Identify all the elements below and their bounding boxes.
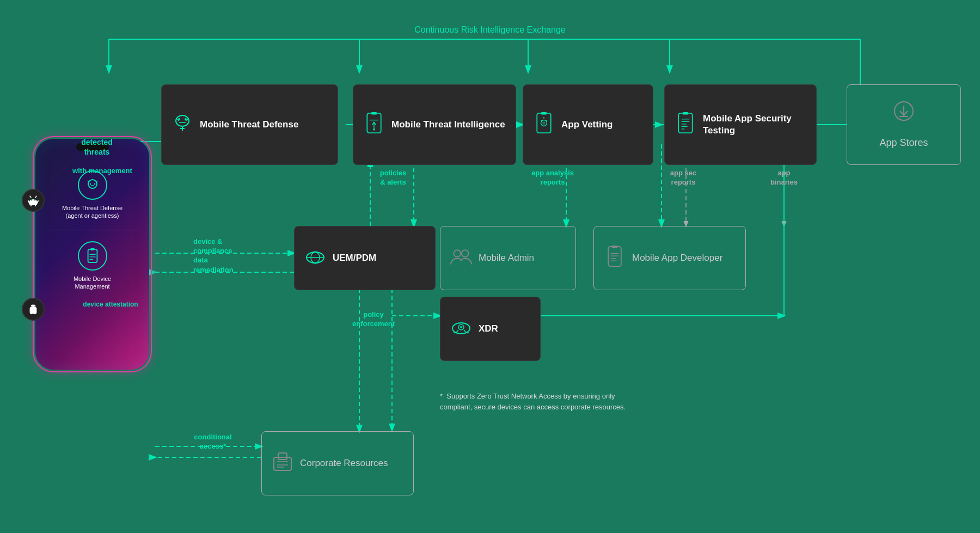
main-diagram: Continuous Risk Intelligence Exchange Mo… <box>0 0 980 533</box>
svg-point-65 <box>462 250 469 257</box>
device-attestation-label: device attestation <box>70 301 151 309</box>
with-management-label: with management <box>70 167 135 176</box>
corpresources-title: Corporate Resources <box>300 457 388 469</box>
app-analysis-reports-label: app analysisreports <box>523 169 583 187</box>
app-sec-reports-label: app secreports <box>656 169 710 187</box>
mobileadmin-title: Mobile Admin <box>479 252 534 264</box>
svg-rect-41 <box>371 112 377 115</box>
appvetting-icon <box>533 112 555 138</box>
svg-line-47 <box>541 120 542 121</box>
mast-box: Mobile App Security Testing <box>664 84 817 165</box>
xdr-icon <box>450 317 472 341</box>
appstores-box: App Stores <box>847 84 961 165</box>
device-compliance-label: device &compliancedata <box>193 237 264 265</box>
corpresources-icon <box>272 452 293 475</box>
svg-point-64 <box>454 250 461 257</box>
mobileadmin-box: Mobile Admin <box>440 226 576 290</box>
svg-point-43 <box>373 128 375 131</box>
xdr-title: XDR <box>479 323 498 335</box>
uem-box: UEM/PDM <box>294 226 436 290</box>
svg-rect-45 <box>541 112 547 115</box>
appstores-icon <box>893 100 915 127</box>
svg-point-92 <box>34 199 36 201</box>
appvetting-title: App Vetting <box>561 119 612 131</box>
svg-line-93 <box>28 201 29 203</box>
appvetting-box: App Vetting <box>523 84 653 165</box>
uem-title: UEM/PDM <box>333 252 376 264</box>
mti-title: Mobile Threat Intelligence <box>391 119 505 131</box>
detected-threats-label: detectedthreats <box>70 137 124 157</box>
phone-mdm-text: Mobile DeviceManagement <box>74 275 111 291</box>
mast-title: Mobile App Security Testing <box>703 113 806 137</box>
svg-line-94 <box>37 201 38 203</box>
svg-rect-66 <box>608 246 621 266</box>
footnote-text: * Supports Zero Trust Network Access by … <box>440 391 669 412</box>
svg-point-91 <box>31 199 33 201</box>
svg-point-50 <box>542 121 545 124</box>
mobileadmin-icon <box>450 247 472 270</box>
svg-point-74 <box>460 326 462 328</box>
policies-alerts-label: policies& alerts <box>366 169 420 187</box>
mobileappdev-title: Mobile App Developer <box>632 252 722 264</box>
android-badge <box>22 189 45 212</box>
svg-line-96 <box>35 196 36 198</box>
top-label: Continuous Risk Intelligence Exchange <box>0 25 980 35</box>
mti-box: Mobile Threat Intelligence <box>353 84 516 165</box>
mobileappdev-icon <box>604 246 626 271</box>
conditional-access-label: conditionalaccess* <box>183 433 243 451</box>
svg-line-48 <box>546 120 547 121</box>
svg-rect-51 <box>678 113 692 132</box>
app-binaries-label: appbinaries <box>757 169 811 187</box>
phone-mtd-text: Mobile Threat Defense(agent or agentless… <box>62 204 122 220</box>
mast-icon <box>675 112 696 138</box>
remediation-label: remediation <box>193 266 264 275</box>
svg-rect-87 <box>90 248 94 250</box>
svg-line-95 <box>30 196 31 198</box>
phone-divider <box>46 230 138 230</box>
svg-point-80 <box>88 180 97 188</box>
svg-rect-52 <box>683 112 689 115</box>
apple-badge <box>22 298 45 321</box>
xdr-box: XDR <box>440 297 541 361</box>
mobileappdev-box: Mobile App Developer <box>593 226 746 290</box>
svg-rect-86 <box>88 249 97 262</box>
phone-mdm-icon <box>78 241 107 271</box>
svg-rect-67 <box>612 246 618 248</box>
mtd-box: Mobile Threat Defense <box>161 84 338 165</box>
policy-enforcement-label: policyenforcement <box>341 310 406 329</box>
uem-icon <box>304 247 326 270</box>
corpresources-box: Corporate Resources <box>261 431 414 495</box>
svg-rect-76 <box>278 453 287 460</box>
svg-point-32 <box>176 115 189 126</box>
mtd-title: Mobile Threat Defense <box>200 119 298 131</box>
mti-icon <box>363 112 385 138</box>
mtd-icon <box>171 112 193 138</box>
appstores-title: App Stores <box>879 137 928 149</box>
